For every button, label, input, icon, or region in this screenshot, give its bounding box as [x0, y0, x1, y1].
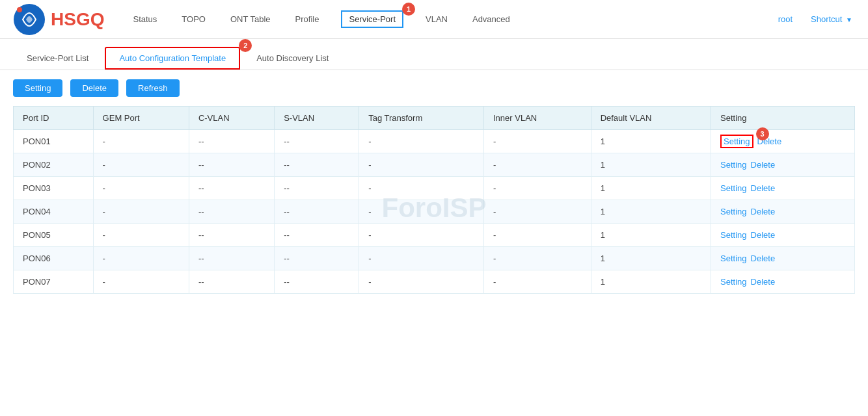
- nav-service-port-badge: 1: [402, 3, 415, 16]
- cell-port-id: PON04: [14, 200, 94, 224]
- nav-shortcut[interactable]: Shortcut ▼: [808, 14, 855, 24]
- cell-inner-vlan: -: [483, 177, 591, 200]
- cell-tag-transform: -: [359, 153, 484, 177]
- table-row: PON04-------1SettingDelete: [14, 200, 855, 224]
- setting-link[interactable]: Setting: [720, 160, 746, 170]
- cell-s-vlan: --: [275, 247, 359, 270]
- cell-actions: Setting3Delete: [711, 130, 855, 153]
- delete-link[interactable]: Delete: [751, 183, 776, 193]
- table-row: PON06-------1SettingDelete: [14, 247, 855, 270]
- cell-gem-port: -: [93, 153, 189, 177]
- cell-gem-port: -: [93, 200, 189, 224]
- cell-actions: SettingDelete: [711, 153, 855, 177]
- nav-service-port[interactable]: Service-Port: [341, 10, 403, 28]
- col-s-vlan: S-VLAN: [275, 107, 359, 130]
- cell-actions: SettingDelete: [711, 247, 855, 270]
- cell-inner-vlan: -: [483, 200, 591, 224]
- cell-port-id: PON06: [14, 247, 94, 270]
- cell-gem-port: -: [93, 247, 189, 270]
- nav-status[interactable]: Status: [130, 14, 159, 24]
- setting-link[interactable]: Setting: [720, 183, 746, 193]
- cell-s-vlan: --: [275, 200, 359, 224]
- logo-icon: [13, 3, 46, 36]
- cell-port-id: PON07: [14, 270, 94, 294]
- cell-default-vlan: 1: [591, 270, 711, 294]
- setting-link[interactable]: Setting: [720, 135, 753, 148]
- cell-gem-port: -: [93, 177, 189, 200]
- cell-c-vlan: --: [189, 247, 274, 270]
- cell-tag-transform: -: [359, 270, 484, 294]
- col-setting: Setting: [711, 107, 855, 130]
- cell-default-vlan: 1: [591, 177, 711, 200]
- svg-point-1: [17, 7, 22, 12]
- table-header-row: Port ID GEM Port C-VLAN S-VLAN Tag Trans…: [14, 107, 855, 130]
- main-nav: Status TOPO ONT Table Profile Service-Po…: [130, 10, 855, 28]
- tab-service-port-list[interactable]: Service-Port List: [13, 47, 102, 69]
- cell-c-vlan: --: [189, 200, 274, 224]
- cell-s-vlan: --: [275, 130, 359, 153]
- col-tag-transform: Tag Transform: [359, 107, 484, 130]
- setting-link[interactable]: Setting: [720, 207, 746, 216]
- col-c-vlan: C-VLAN: [189, 107, 274, 130]
- delete-link[interactable]: Delete: [751, 207, 776, 216]
- delete-button[interactable]: Delete: [70, 79, 118, 97]
- delete-link[interactable]: Delete: [751, 277, 776, 287]
- tab-auto-discovery-list[interactable]: Auto Discovery List: [243, 47, 342, 69]
- tab-auto-config-wrap: Auto Configuration Template 2: [105, 47, 243, 70]
- toolbar: Setting Delete Refresh: [0, 70, 868, 106]
- tabs-bar: Service-Port List Auto Configuration Tem…: [0, 39, 868, 70]
- main-table: Port ID GEM Port C-VLAN S-VLAN Tag Trans…: [13, 106, 855, 294]
- nav-ont-table[interactable]: ONT Table: [228, 14, 273, 24]
- logo-area: HSGQ: [13, 3, 104, 36]
- setting-link[interactable]: Setting: [720, 277, 746, 287]
- cell-gem-port: -: [93, 270, 189, 294]
- setting-button[interactable]: Setting: [13, 79, 62, 97]
- cell-tag-transform: -: [359, 200, 484, 224]
- tab-auto-config-template[interactable]: Auto Configuration Template: [105, 47, 240, 70]
- header: HSGQ Status TOPO ONT Table Profile Servi…: [0, 0, 868, 39]
- table-container: Port ID GEM Port C-VLAN S-VLAN Tag Trans…: [0, 106, 868, 294]
- nav-vlan[interactable]: VLAN: [423, 14, 450, 24]
- delete-link[interactable]: Delete: [751, 230, 776, 240]
- setting-badge-wrap: Setting3: [720, 136, 757, 146]
- cell-gem-port: -: [93, 224, 189, 247]
- col-default-vlan: Default VLAN: [591, 107, 711, 130]
- cell-port-id: PON05: [14, 224, 94, 247]
- cell-gem-port: -: [93, 130, 189, 153]
- nav-service-port-wrap: Service-Port 1: [341, 10, 403, 28]
- cell-c-vlan: --: [189, 177, 274, 200]
- cell-tag-transform: -: [359, 130, 484, 153]
- cell-c-vlan: --: [189, 130, 274, 153]
- cell-port-id: PON02: [14, 153, 94, 177]
- cell-default-vlan: 1: [591, 200, 711, 224]
- cell-tag-transform: -: [359, 177, 484, 200]
- cell-port-id: PON03: [14, 177, 94, 200]
- nav-topo[interactable]: TOPO: [179, 14, 208, 24]
- nav-root[interactable]: root: [776, 14, 795, 24]
- cell-s-vlan: --: [275, 270, 359, 294]
- cell-c-vlan: --: [189, 153, 274, 177]
- cell-default-vlan: 1: [591, 153, 711, 177]
- table-row: PON07-------1SettingDelete: [14, 270, 855, 294]
- cell-inner-vlan: -: [483, 130, 591, 153]
- setting-link[interactable]: Setting: [720, 254, 746, 263]
- setting-row-badge: 3: [756, 127, 769, 140]
- nav-advanced[interactable]: Advanced: [470, 14, 513, 24]
- table-row: PON05-------1SettingDelete: [14, 224, 855, 247]
- nav-right: root Shortcut ▼: [776, 14, 855, 24]
- cell-tag-transform: -: [359, 247, 484, 270]
- delete-link[interactable]: Delete: [751, 160, 776, 170]
- cell-actions: SettingDelete: [711, 224, 855, 247]
- refresh-button[interactable]: Refresh: [126, 79, 180, 97]
- cell-inner-vlan: -: [483, 247, 591, 270]
- cell-c-vlan: --: [189, 270, 274, 294]
- setting-link[interactable]: Setting: [720, 230, 746, 240]
- cell-c-vlan: --: [189, 224, 274, 247]
- delete-link[interactable]: Delete: [751, 254, 776, 263]
- cell-s-vlan: --: [275, 153, 359, 177]
- col-inner-vlan: Inner VLAN: [483, 107, 591, 130]
- col-gem-port: GEM Port: [93, 107, 189, 130]
- nav-profile[interactable]: Profile: [293, 14, 322, 24]
- cell-inner-vlan: -: [483, 153, 591, 177]
- cell-actions: SettingDelete: [711, 177, 855, 200]
